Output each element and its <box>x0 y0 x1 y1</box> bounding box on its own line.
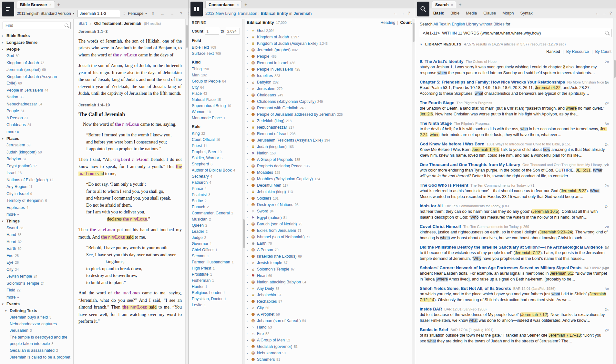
sort-by-count[interactable]: By Count <box>595 49 611 54</box>
expand-icon[interactable]: ▸ <box>247 197 249 200</box>
expand-icon[interactable]: ▸ <box>247 339 249 342</box>
refine-item[interactable]: Psalmist3 <box>192 192 241 198</box>
chevron-icon[interactable]: ▸ <box>2 41 5 44</box>
entity-row[interactable]: ▸☻Prophets declaring Peace135 <box>247 163 412 169</box>
refine-item[interactable]: Priest11 <box>192 143 241 149</box>
search-result[interactable]: Inside BARBAR 12:01 (Jan/Feb 1986)2×did … <box>420 306 609 323</box>
entity-row[interactable]: ▸☻Remnant of Israel208 <box>247 131 412 137</box>
result-title[interactable]: Scholars' Corner: Network of Iron Age Fo… <box>420 265 581 270</box>
close-icon[interactable]: × <box>237 3 239 7</box>
entity-row[interactable]: ▸☻People of Jerusalem addressed by Jerem… <box>247 111 412 118</box>
help-icon[interactable]: ? <box>406 11 412 15</box>
refine-item[interactable]: Hunter1 <box>192 284 241 290</box>
search-mode-clause[interactable]: Clause <box>483 11 496 15</box>
refine-item[interactable]: Patriarch4 <box>192 180 241 186</box>
breadcrumb-start[interactable]: Start <box>78 21 87 26</box>
expand-icon[interactable]: ▸ <box>247 42 249 45</box>
entity-row[interactable]: ▸☻A Person70 <box>247 247 412 253</box>
expand-icon[interactable]: ▸ <box>247 152 249 155</box>
expand-icon[interactable]: ▸ <box>247 229 249 232</box>
refine-item[interactable]: Musician2 <box>192 216 241 222</box>
sort-by-heading[interactable]: Heading <box>380 20 395 25</box>
scrollbar[interactable] <box>613 18 616 364</box>
search-mode-basic[interactable]: Basic <box>433 11 444 15</box>
search-mode-bible[interactable]: Bible <box>450 11 459 15</box>
facet-item[interactable]: Nebuchadnezzar captures Jerusalem3 <box>0 321 73 334</box>
search-icon[interactable] <box>605 31 609 34</box>
expand-icon[interactable]: ▸ <box>247 48 249 52</box>
scrollbar[interactable] <box>185 19 188 364</box>
refine-item[interactable]: Group of People84 <box>192 78 241 84</box>
expand-icon[interactable]: ▸ <box>247 332 249 335</box>
facet-item[interactable]: Israel13 <box>0 170 73 177</box>
search-mode-syntax[interactable]: Syntax <box>520 11 533 15</box>
result-title[interactable]: Idols for All <box>420 203 443 208</box>
search-result[interactable]: The Ninth StageThe Pilgrim's Progress3×t… <box>420 121 609 138</box>
refine-item[interactable]: Eunuch2 <box>192 204 241 210</box>
entity-row[interactable]: ▸☻People465 <box>247 53 412 60</box>
entity-row[interactable]: ▸♥Heart66 <box>247 272 412 279</box>
refine-item[interactable]: Surface Text709 <box>192 51 241 57</box>
facet-section[interactable]: ▸Longacre Genre <box>0 39 73 46</box>
expand-icon[interactable]: ▸ <box>247 35 249 39</box>
concordance-title[interactable]: 2013:New Living Translation : Biblical E… <box>205 11 312 16</box>
facet-item[interactable]: The temple is destroyed and the people t… <box>0 334 73 347</box>
expand-icon[interactable]: ▸ <box>247 93 249 97</box>
expand-icon[interactable]: ▸ <box>247 55 249 58</box>
facet-section[interactable]: ▾Events <box>0 300 73 307</box>
result-title[interactable]: Did the Philistines Destroy the Israelit… <box>420 245 603 250</box>
refine-item[interactable]: Natural Place15 <box>192 97 241 103</box>
scrollbar[interactable] <box>242 19 245 364</box>
entity-row[interactable]: ▸⌂Solomon's Temple67 <box>247 266 412 272</box>
entity-row[interactable]: ▸⌂City56 <box>247 305 412 311</box>
entity-row[interactable]: ▸☻Chaldeans249 <box>247 92 412 98</box>
refine-item[interactable]: Soldier, Warrior6 <box>192 155 241 161</box>
search-result[interactable]: One Thousand and One Thoughts from My Li… <box>420 162 609 179</box>
result-title[interactable]: The Fourth Stage <box>420 100 454 105</box>
help-icon[interactable]: ? <box>608 11 613 15</box>
search-result[interactable]: The Fourth StageThe Pilgrim's Progress2×… <box>420 100 609 117</box>
facet-item[interactable]: Heart32 <box>0 239 73 246</box>
new-tab-button[interactable]: + <box>55 2 63 8</box>
result-title[interactable]: Books in Brief <box>420 327 448 332</box>
count-min-input[interactable] <box>205 28 219 34</box>
refine-item[interactable]: Secretary4 <box>192 173 241 180</box>
expand-icon[interactable]: ▸ <box>247 313 249 316</box>
expand-icon[interactable]: ▸ <box>247 293 249 297</box>
expand-icon[interactable]: ▸ <box>247 119 249 123</box>
expand-icon[interactable]: ▸ <box>247 100 249 103</box>
entity-row[interactable]: ▸⚑Nation150 <box>247 150 412 156</box>
refine-item[interactable]: High Priest1 <box>192 265 241 271</box>
entity-row[interactable]: ▸☻People in Jerusalem425 <box>247 66 412 73</box>
refine-item[interactable]: City64 <box>192 84 241 91</box>
chevron-icon[interactable]: ▾ <box>2 48 5 51</box>
expand-icon[interactable]: ▸ <box>247 210 249 213</box>
entity-row[interactable]: ▸♨Fire52 <box>247 330 412 337</box>
entity-row[interactable]: ▸☻Baruch (son of Neriah)75 <box>247 221 412 227</box>
new-tab-button[interactable]: + <box>456 2 464 8</box>
refine-item[interactable]: Judge2 <box>192 235 241 241</box>
entity-row[interactable]: ▸☻Remnant with Gedaliah243 <box>247 105 412 111</box>
entity-row[interactable]: ▸☻Moabites128 <box>247 169 412 176</box>
expand-icon[interactable]: ▸ <box>247 345 249 348</box>
expand-icon[interactable]: ▸ <box>247 74 249 77</box>
expand-icon[interactable]: ▸ <box>247 68 249 71</box>
search-scope[interactable]: Search All Text in English Library witho… <box>415 18 616 29</box>
search-result[interactable]: Did the Philistines Destroy the Israelit… <box>420 244 609 261</box>
search-result[interactable]: God Knew Me before I Was Born1001 Ways t… <box>420 141 609 158</box>
entity-row[interactable]: ▸☻Exiles from Jersualem71 <box>247 227 412 234</box>
expand-icon[interactable]: ▸ <box>247 261 249 264</box>
entity-row[interactable]: ▸☻Schemers51 <box>247 356 412 363</box>
entity-row[interactable]: ▸♛Kingdom of Judah1,297 <box>247 34 412 40</box>
refine-item[interactable]: Prostitute1 <box>192 271 241 278</box>
refine-item[interactable]: Court Official16 <box>192 137 241 143</box>
entity-row[interactable]: ▸⌂Jewish temple67 <box>247 260 412 266</box>
scrollbar[interactable] <box>412 19 415 364</box>
back-icon[interactable]: ← <box>392 11 399 15</box>
expand-icon[interactable]: ▸ <box>247 300 249 303</box>
search-result[interactable]: Chapter 5: Friendships and Family: How N… <box>420 79 609 96</box>
result-title[interactable]: Shiloh Yields Some, But Not All, of Its … <box>420 286 511 291</box>
facet-item[interactable]: People in Jerusalem44 <box>0 87 73 94</box>
facet-item[interactable]: Kingdom of Judah (Assyrian Exile)69 <box>0 74 73 87</box>
entity-row[interactable]: ▸⚑Egypt (nation)81 <box>247 214 412 221</box>
